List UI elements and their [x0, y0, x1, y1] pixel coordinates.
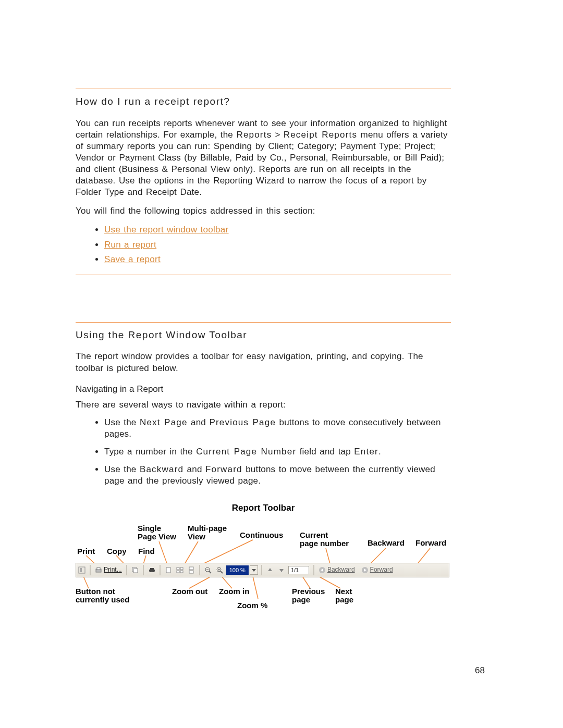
current-page-field[interactable]: 1/1: [288, 566, 309, 574]
continuous-icon: [188, 566, 195, 574]
separator: [199, 565, 200, 575]
label-current-page-number: Current page number: [300, 531, 349, 548]
text: Use the: [104, 464, 140, 474]
zoom-out-button[interactable]: [202, 564, 214, 576]
topic-link-list: Use the report window toolbar Run a repo…: [76, 224, 451, 265]
emph: Previous Page: [209, 417, 276, 427]
zoom-out-icon: [204, 566, 212, 574]
backward-button[interactable]: Backward: [316, 564, 357, 576]
label-forward: Forward: [415, 539, 446, 547]
zoom-in-button[interactable]: [214, 564, 225, 576]
svg-line-37: [221, 571, 223, 573]
text: Next: [335, 587, 353, 596]
text: Button not: [76, 587, 129, 596]
svg-rect-30: [180, 571, 183, 573]
print-icon: [95, 566, 102, 574]
separator: [313, 565, 314, 575]
svg-marker-41: [268, 568, 272, 571]
list-item: Run a report: [104, 239, 451, 251]
section-block: Using the Report Window Toolbar The repo…: [76, 322, 451, 618]
label-backward: Backward: [368, 539, 405, 547]
breadcrumb-b: Receipt Reports: [284, 130, 357, 140]
arrow-down-icon: [278, 566, 285, 574]
text: Use the: [104, 417, 140, 427]
svg-line-14: [253, 576, 258, 599]
sub-heading: Navigating in a Report: [76, 384, 451, 395]
svg-marker-40: [252, 569, 256, 572]
text: and: [183, 464, 205, 474]
page-number: 68: [475, 665, 485, 676]
label-next-page: Next page: [335, 587, 353, 604]
topics-intro: You will find the following topics addre…: [76, 205, 451, 217]
next-page-button[interactable]: [276, 564, 287, 576]
zoom-in-icon: [216, 566, 223, 574]
label-continuous: Continuous: [240, 531, 283, 539]
separator: [126, 565, 127, 575]
svg-rect-31: [189, 567, 193, 570]
callout-arrows: [76, 502, 451, 617]
report-toolbar: Print...: [76, 563, 449, 577]
divider: [76, 89, 451, 89]
svg-rect-32: [189, 571, 193, 573]
list-item: Save a report: [104, 254, 451, 265]
svg-rect-25: [150, 568, 154, 570]
text: View: [188, 533, 227, 541]
svg-rect-29: [177, 571, 179, 573]
divider: [76, 275, 451, 275]
separator: [90, 565, 91, 575]
find-button[interactable]: [146, 564, 157, 576]
text: Single: [138, 524, 176, 533]
link-save-report[interactable]: Save a report: [104, 254, 161, 264]
body-text: The report window provides a toolbar for…: [76, 351, 451, 374]
section-heading: How do I run a receipt report?: [76, 95, 451, 108]
print-button[interactable]: Print...: [93, 564, 124, 576]
multi-page-icon: [176, 566, 183, 574]
text: currently used: [76, 596, 129, 604]
text: page: [292, 596, 325, 604]
emph: Current Page Number: [196, 447, 296, 456]
multi-page-button[interactable]: [174, 564, 186, 576]
list-item: Type a number in the Current Page Number…: [104, 446, 451, 458]
label-zoom-in: Zoom in: [219, 587, 249, 596]
svg-rect-26: [166, 567, 170, 573]
zoom-percent-field[interactable]: 100 %: [226, 565, 249, 575]
text: menu offers a variety of summary reports…: [76, 130, 448, 197]
text: .: [378, 447, 381, 456]
link-use-toolbar[interactable]: Use the report window toolbar: [104, 225, 229, 235]
copy-button[interactable]: [129, 564, 141, 576]
label-copy: Copy: [107, 547, 127, 556]
text: and: [188, 417, 210, 427]
text: field and tap: [296, 447, 354, 456]
svg-rect-28: [180, 567, 183, 570]
chevron-down-icon: [252, 568, 256, 572]
body-text: There are several ways to navigate withi…: [76, 399, 451, 411]
circle-arrow-right-icon: [361, 566, 369, 574]
label-button-not-used: Button not currently used: [76, 587, 129, 604]
text: page number: [300, 539, 349, 548]
single-page-button[interactable]: [163, 564, 174, 576]
emph: Next Page: [140, 417, 188, 427]
unused-button[interactable]: [76, 564, 88, 576]
svg-rect-20: [97, 567, 100, 570]
zoom-dropdown-button[interactable]: [250, 565, 258, 575]
list-item: Use the report window toolbar: [104, 224, 451, 236]
circle-arrow-left-icon: [319, 566, 326, 574]
forward-button[interactable]: Forward: [359, 564, 395, 576]
breadcrumb-sep: >: [272, 130, 283, 140]
report-toolbar-figure: Report Toolbar Single Page View Multi-pa…: [76, 502, 451, 617]
svg-marker-42: [279, 569, 284, 572]
forward-label: Forward: [370, 566, 393, 574]
separator: [261, 565, 262, 575]
text: Current: [300, 531, 349, 539]
continuous-button[interactable]: [186, 564, 197, 576]
copy-icon: [131, 566, 139, 574]
single-page-icon: [165, 566, 172, 574]
link-run-report[interactable]: Run a report: [104, 240, 156, 250]
label-previous-page: Previous page: [292, 587, 325, 604]
backward-label: Backward: [327, 566, 355, 574]
list-item: Use the Backward and Forward buttons to …: [104, 464, 451, 487]
label-print: Print: [77, 547, 95, 556]
previous-page-button[interactable]: [264, 564, 276, 576]
svg-rect-18: [80, 568, 82, 572]
label-multi-page-view: Multi-page View: [188, 524, 227, 541]
